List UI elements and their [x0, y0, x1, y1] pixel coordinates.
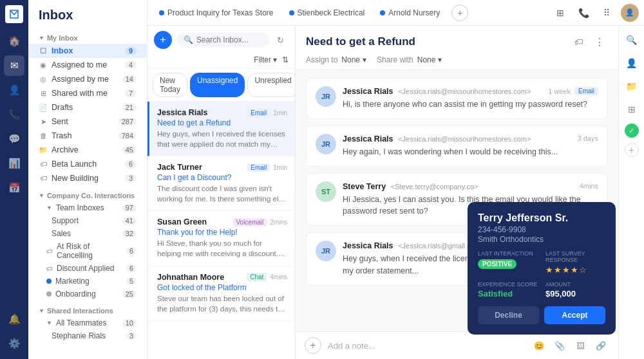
shared-section-arrow[interactable]: ▼ — [39, 308, 44, 314]
new-conversation-button[interactable]: + — [154, 31, 172, 49]
top-bar: Product Inquiry for Texas Store Stienbec… — [147, 0, 644, 26]
compose-emoji-icon[interactable]: 😊 — [531, 337, 547, 354]
conv-meta-1: Email 1min — [247, 163, 287, 172]
experience-row: EXPERIENCE SCORE Satisfied AMOUNT $95,00… — [478, 281, 605, 299]
conv-type-0: Email — [247, 109, 270, 117]
compose-attach-icon[interactable]: 📎 — [551, 337, 568, 354]
share-with-select[interactable]: None ▾ — [417, 55, 442, 64]
thread-more-button[interactable]: ⋮ — [591, 33, 608, 50]
sidebar-item-support[interactable]: Support 41 — [28, 214, 147, 227]
sidebar-item-sent[interactable]: ➤ Sent 287 — [28, 115, 147, 129]
msg-avatar-1: JR — [316, 134, 336, 154]
sidebar-item-at-risk[interactable]: 🏷 At Risk of Cancelling 6 — [28, 240, 147, 262]
sidebar-item-team-inboxes[interactable]: ▼ Team Inboxes 97 — [28, 201, 147, 214]
amount-value: $95,000 — [545, 289, 605, 299]
right-search-icon[interactable]: 🔍 — [623, 31, 641, 49]
compose-image-icon[interactable]: 🖼 — [572, 337, 589, 354]
filter-button[interactable]: Filter ▾ — [254, 55, 277, 64]
thread-header: Need to get a Refund 🏷 ⋮ Assign to None … — [296, 26, 618, 70]
grid-view-icon[interactable]: ⊞ — [551, 4, 569, 22]
conv-sender-2: Susan Green — [157, 217, 207, 226]
conv-items: Jessica Rials Email 1min Need to get a R… — [147, 102, 295, 359]
right-active-icon[interactable]: ✓ — [625, 124, 639, 138]
msg-sender-row-1: Jessica Rials <Jessica.rials@missourihom… — [343, 134, 531, 143]
tab-arnold[interactable]: Arnold Nursery — [374, 6, 446, 20]
new-tab-button[interactable]: + — [451, 5, 468, 21]
nav-phone-icon[interactable]: 📞 — [4, 104, 24, 125]
conv-tab-new-today[interactable]: New Today — [153, 73, 187, 97]
tab2-dot — [289, 10, 294, 15]
company-section-arrow[interactable]: ▼ — [39, 192, 44, 199]
conv-time-0: 1min — [273, 109, 287, 116]
msg-sender-2: Steve Terry — [343, 182, 386, 191]
conv-item-0[interactable]: Jessica Rials Email 1min Need to get a R… — [147, 102, 295, 156]
sidebar-item-drafts[interactable]: 📄 Drafts 21 — [28, 100, 147, 115]
sidebar-item-assigned-by-me[interactable]: ◎ Assigned by me 14 — [28, 72, 147, 86]
sidebar-item-shared-with-me[interactable]: ⊞ Shared with me 7 — [28, 86, 147, 100]
sidebar-item-beta-launch[interactable]: 🏷 Beta Launch 6 — [28, 157, 147, 171]
last-interaction-value: POSITIVE — [478, 259, 516, 269]
tab-stienbeck[interactable]: Stienbeck Electrical — [283, 6, 372, 20]
sidebar-item-marketing[interactable]: Marketing 5 — [28, 275, 147, 288]
last-interaction-label: LAST INTERACTION — [478, 250, 538, 257]
compose-link-icon[interactable]: 🔗 — [592, 337, 609, 354]
inbox-icon: ☐ — [39, 47, 48, 55]
compose-input-placeholder[interactable]: Add a note... — [328, 341, 524, 351]
archive-icon: 📁 — [39, 146, 48, 154]
assign-to-select[interactable]: None ▾ — [341, 55, 366, 64]
conv-item-3[interactable]: Johnathan Moore Chat 4mins Got locked of… — [147, 266, 295, 321]
conv-time-3: 4mins — [270, 273, 287, 281]
nav-chat-icon[interactable]: 💬 — [4, 129, 24, 149]
nav-inbox-icon[interactable]: ✉ — [4, 55, 24, 76]
sidebar-item-all-teammates[interactable]: ▼ All Teammates 10 — [28, 317, 147, 329]
company-section-label: ▼ Company Co. Interactions — [28, 188, 147, 201]
conv-item-1[interactable]: Jack Turner Email 1min Can I get a Disco… — [147, 156, 295, 211]
shared-icon: ⊞ — [39, 89, 48, 98]
conv-meta-2: Voicemail 2mins — [233, 218, 288, 226]
right-folder-icon[interactable]: 📁 — [623, 77, 641, 95]
tab-product-inquiry[interactable]: Product Inquiry for Texas Store — [153, 6, 280, 20]
conv-tab-unreplied[interactable]: Unresplied — [247, 73, 298, 97]
share-with-field: Share with None ▾ — [377, 55, 442, 64]
compose-add-button[interactable]: + — [305, 337, 321, 354]
tab1-dot — [159, 10, 164, 15]
thread-compose: + Add a note... 😊 📎 🖼 🔗 — [296, 331, 618, 359]
sidebar-item-archive[interactable]: 📁 Archive 45 — [28, 143, 147, 157]
right-contact-icon[interactable]: 👤 — [623, 54, 641, 72]
msg-sender-row-3: Jessica Rials <Jessica.rials@gmail.com> — [343, 241, 484, 250]
conv-item-2[interactable]: Susan Green Voicemail 2mins Thank you fo… — [147, 211, 295, 266]
sidebar-item-assigned-to-me[interactable]: ◉ Assigned to me 4 — [28, 58, 147, 72]
top-bar-right: ⊞ 📞 ⠿ 👤 — [551, 4, 639, 22]
sort-icon: ⇅ — [282, 55, 289, 64]
new-building-tag-icon: 🏷 — [39, 174, 48, 182]
my-inbox-arrow[interactable]: ▼ — [39, 35, 44, 41]
nav-notifications-icon[interactable]: 🔔 — [4, 309, 24, 329]
sidebar-item-stephanie[interactable]: Stephanie Rials 3 — [28, 329, 147, 342]
right-grid-icon[interactable]: ⊞ — [623, 100, 641, 118]
popup-buttons: Decline Accept — [478, 306, 605, 324]
nav-calendar-icon[interactable]: 📅 — [4, 178, 24, 198]
sidebar-item-inbox[interactable]: ☐ Inbox 9 — [28, 44, 147, 58]
sort-button[interactable]: ⇅ — [282, 55, 289, 64]
conv-tab-unassigned[interactable]: Unassigned — [190, 73, 245, 97]
stars-rating: ★★★★☆ — [545, 265, 605, 275]
apps-icon[interactable]: ⠿ — [598, 4, 616, 22]
sidebar-item-trash[interactable]: 🗑 Trash 784 — [28, 129, 147, 143]
sidebar-item-discount[interactable]: 🏷 Discount Applied 6 — [28, 262, 147, 275]
right-add-icon[interactable]: + — [625, 143, 639, 157]
nav-contacts-icon[interactable]: 👤 — [4, 80, 24, 100]
accept-button[interactable]: Accept — [544, 306, 605, 324]
refresh-button[interactable]: ↻ — [272, 32, 289, 48]
decline-button[interactable]: Decline — [478, 306, 539, 324]
sent-icon: ➤ — [39, 118, 48, 126]
nav-settings-icon[interactable]: ⚙️ — [4, 333, 24, 354]
sidebar-item-onboarding[interactable]: Onboarding 25 — [28, 288, 147, 300]
sidebar-item-sales[interactable]: Sales 32 — [28, 227, 147, 240]
search-input[interactable] — [196, 35, 263, 44]
nav-reports-icon[interactable]: 📊 — [4, 153, 24, 174]
sidebar-item-new-building[interactable]: 🏷 New Building 3 — [28, 171, 147, 185]
user-avatar[interactable]: 👤 — [621, 4, 639, 22]
phone-icon[interactable]: 📞 — [574, 4, 592, 22]
thread-tag-button[interactable]: 🏷 — [571, 33, 587, 50]
nav-home-icon[interactable]: 🏠 — [4, 31, 24, 51]
